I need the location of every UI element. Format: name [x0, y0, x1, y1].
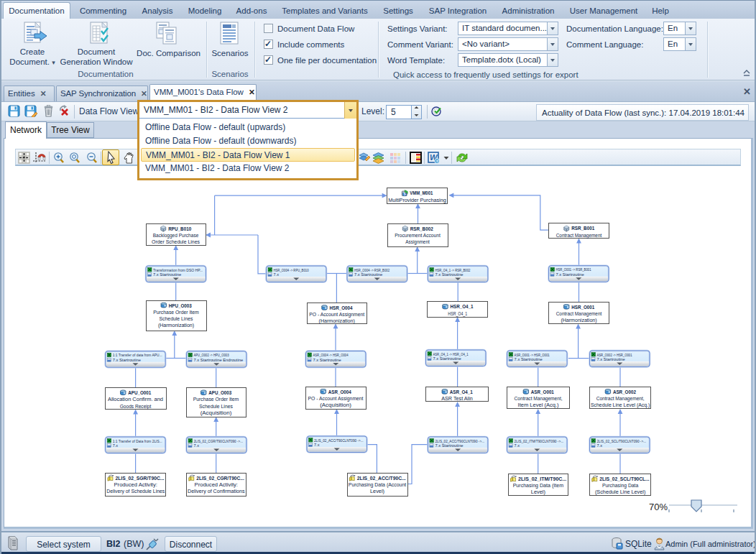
svg-text:HSR_O4_1: HSR_O4_1: [448, 311, 467, 317]
svg-text:7.x: 7.x: [274, 272, 280, 277]
svg-text:7.x Startroutine: 7.x Startroutine: [354, 272, 382, 277]
svg-text:Schedule Lines: Schedule Lines: [199, 404, 233, 409]
svg-text:2LIS_02_ACC/T90C...: 2LIS_02_ACC/T90C...: [357, 476, 406, 481]
svg-text:HSR_O004 -> RPU_B010: HSR_O004 -> RPU_B010: [274, 268, 309, 272]
svg-text:PO - Account Assignment: PO - Account Assignment: [309, 312, 364, 318]
svg-text:VMM_M001: VMM_M001: [410, 190, 433, 195]
svg-text:Assignment: Assignment: [405, 239, 430, 245]
svg-text:(Harmonization): (Harmonization): [319, 318, 355, 324]
svg-text:7.x Startroutine: 7.x Startroutine: [435, 443, 463, 448]
svg-text:1:1 Transfer of Data from 2LIS: 1:1 Transfer of Data from 2LIS...: [113, 439, 162, 443]
svg-text:ASR_O004 -> HSR_O004: ASR_O004 -> HSR_O004: [313, 353, 349, 357]
svg-text:2LIS_02_CGR/T90C...: 2LIS_02_CGR/T90C...: [196, 476, 244, 481]
svg-text:7.x: 7.x: [515, 443, 520, 448]
svg-text:Produced Activity:: Produced Activity:: [195, 482, 238, 488]
svg-text:7.x Startroutine: 7.x Startroutine: [313, 358, 341, 362]
svg-text:7.x: 7.x: [113, 443, 119, 448]
svg-text:7.x Startroutine Endroutine: 7.x Startroutine Endroutine: [194, 358, 244, 362]
svg-text:2LIS_02_ACC/T90CLNT090 ->...: 2LIS_02_ACC/T90CLNT090 ->...: [314, 438, 364, 443]
svg-text:Transformation from DSO HP...: Transformation from DSO HP...: [153, 268, 203, 272]
svg-text:2LIS_02_CGR/T90CLNT090 ->...: 2LIS_02_CGR/T90CLNT090 ->...: [194, 439, 244, 443]
svg-text:2LIS_02_SCL/T90CL...: 2LIS_02_SCL/T90CL...: [599, 476, 649, 481]
svg-text:ASR_O002 -> HSR_O001: ASR_O002 -> HSR_O001: [597, 353, 632, 357]
svg-text:APU_O003: APU_O003: [208, 390, 231, 395]
svg-text:PO - Account Assignment: PO - Account Assignment: [308, 396, 364, 402]
svg-text:7.x Startroutine: 7.x Startroutine: [433, 356, 461, 361]
svg-text:Purchasing Data (Account: Purchasing Data (Account: [349, 482, 406, 488]
svg-text:Item Level (Acq.): Item Level (Acq.): [518, 402, 559, 408]
svg-text:ASR_O001: ASR_O001: [531, 389, 554, 394]
svg-text:HPU_O003: HPU_O003: [169, 303, 192, 308]
svg-text:1:1 Transfer of data from APU.: 1:1 Transfer of data from APU...: [113, 353, 162, 357]
svg-text:Allocation Confirm. and: Allocation Confirm. and: [108, 397, 163, 402]
svg-text:(Acquisition): (Acquisition): [320, 402, 351, 408]
svg-text:HSR_O4_1 -> RSR_B002: HSR_O4_1 -> RSR_B002: [435, 268, 470, 272]
svg-text:Order Schedule Lines: Order Schedule Lines: [152, 239, 200, 244]
svg-text:Purchase Order Item: Purchase Order Item: [193, 397, 239, 402]
svg-text:Delivery of Confirmations: Delivery of Confirmations: [188, 489, 245, 494]
svg-text:7.x Startroutine: 7.x Startroutine: [515, 357, 543, 361]
svg-text:RPU_B010: RPU_B010: [168, 226, 191, 231]
svg-text:RSR_B001: RSR_B001: [571, 226, 594, 231]
svg-text:Contract Management: Contract Management: [556, 311, 602, 317]
svg-text:Contract Management: Contract Management: [556, 233, 602, 239]
svg-text:7.x Startroutine: 7.x Startroutine: [556, 272, 584, 277]
svg-text:Schedule Line Level (Acq.): Schedule Line Level (Acq.): [591, 402, 650, 408]
svg-text:(Schedule Line Level): (Schedule Line Level): [595, 489, 645, 495]
svg-text:Backlogged Purchase: Backlogged Purchase: [153, 233, 199, 239]
svg-text:ASR_O001 -> HSR_O001: ASR_O001 -> HSR_O001: [515, 353, 550, 357]
svg-text:7.x: 7.x: [597, 443, 603, 448]
svg-text:7.x: 7.x: [314, 443, 320, 447]
svg-text:ASR_O002: ASR_O002: [613, 389, 636, 394]
svg-text:HSR_O004: HSR_O004: [329, 305, 352, 310]
svg-text:S: S: [404, 193, 406, 196]
svg-text:ASR Test Alin: ASR Test Alin: [441, 396, 473, 401]
svg-text:2LIS_02_ACC/T90CLNT090 ->...: 2LIS_02_ACC/T90CLNT090 ->...: [435, 439, 484, 443]
svg-text:Purchase Order Item: Purchase Order Item: [153, 310, 199, 315]
svg-text:7.x Startroutine: 7.x Startroutine: [153, 272, 181, 277]
svg-text:Contract Management,: Contract Management,: [596, 396, 645, 402]
svg-text:2LIS_02_ITM/T90CLNT090 ->...: 2LIS_02_ITM/T90CLNT090 ->...: [515, 439, 564, 443]
svg-text:Produced Activity:: Produced Activity:: [114, 482, 157, 488]
svg-text:ASR_O4_1 -> HSR_O4_1: ASR_O4_1 -> HSR_O4_1: [433, 352, 469, 356]
svg-text:7.x Startroutine: 7.x Startroutine: [113, 358, 141, 362]
svg-text:APU_O001: APU_O001: [128, 390, 151, 395]
svg-text:2LIS_02_ITM/T90C...: 2LIS_02_ITM/T90C...: [518, 476, 566, 481]
svg-text:Delivery of Schedule Lines: Delivery of Schedule Lines: [106, 489, 165, 494]
svg-text:APU_O002 -> HPU_O003: APU_O002 -> HPU_O003: [194, 353, 229, 357]
svg-text:Goods Receipt: Goods Receipt: [120, 404, 152, 410]
svg-text:HSR_O001: HSR_O001: [571, 305, 594, 310]
svg-text:2LIS_02_SCL/T90CLNT090 ->...: 2LIS_02_SCL/T90CLNT090 ->...: [597, 439, 647, 443]
svg-text:RSR_B002: RSR_B002: [410, 226, 433, 231]
svg-text:Purchasing Data (Item: Purchasing Data (Item: [513, 483, 564, 489]
svg-text:Contract Management,: Contract Management,: [515, 396, 563, 402]
svg-text:HSR_O004 -> RSR_B002: HSR_O004 -> RSR_B002: [354, 268, 389, 272]
svg-text:(Harmonization): (Harmonization): [158, 323, 194, 328]
svg-text:Level): Level): [531, 489, 545, 495]
svg-text:Procurement Account: Procurement Account: [395, 233, 441, 238]
svg-text:7.x Startroutine: 7.x Startroutine: [597, 357, 625, 361]
svg-text:HSR_O001 -> RSR_B001: HSR_O001 -> RSR_B001: [556, 267, 591, 272]
svg-text:HSR_O4_1: HSR_O4_1: [451, 304, 474, 309]
svg-text:(Harmonization): (Harmonization): [561, 318, 596, 323]
svg-text:Purchasing Data: Purchasing Data: [602, 483, 638, 489]
svg-text:7.x Startroutine: 7.x Startroutine: [435, 272, 463, 277]
svg-text:ASR_O004: ASR_O004: [328, 389, 351, 394]
svg-text:7.x: 7.x: [194, 443, 200, 448]
svg-text:2LIS_02_SGR/T90C...: 2LIS_02_SGR/T90C...: [115, 476, 164, 481]
svg-text:Schedule Lines: Schedule Lines: [160, 316, 193, 321]
svg-text:ASR_O4_1: ASR_O4_1: [450, 389, 473, 394]
svg-text:Level): Level): [370, 489, 384, 494]
svg-text:MultiProvider Purchasing: MultiProvider Purchasing: [388, 198, 446, 203]
svg-text:(Acquisition): (Acquisition): [200, 410, 232, 416]
